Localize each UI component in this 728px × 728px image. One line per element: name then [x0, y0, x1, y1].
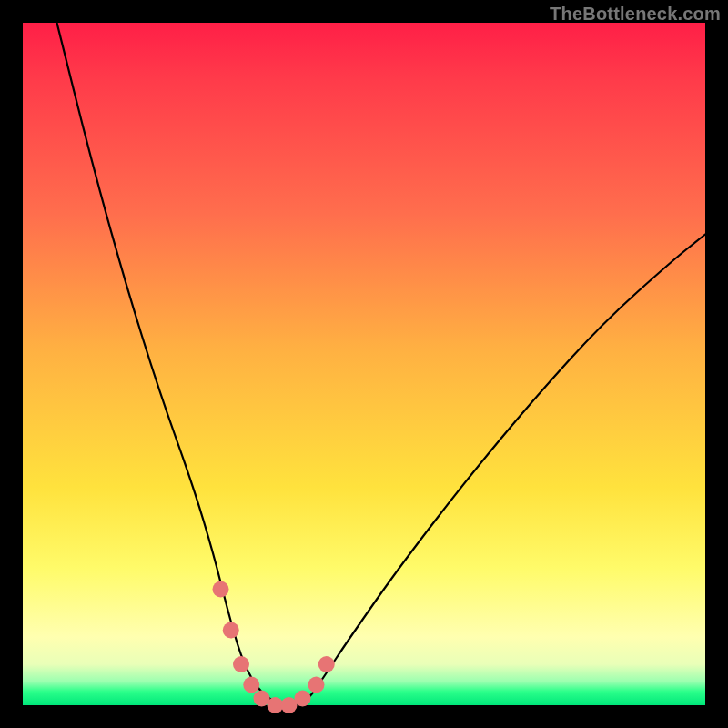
- marker-point: [318, 656, 335, 672]
- watermark-text: TheBottleneck.com: [550, 4, 721, 25]
- marker-point: [233, 656, 249, 672]
- marker-point: [243, 677, 259, 693]
- plot-area: [23, 23, 705, 705]
- marker-point: [308, 677, 325, 693]
- marker-point: [223, 622, 239, 639]
- bottleneck-curve: [57, 23, 706, 705]
- highlighted-points: [213, 581, 335, 714]
- curve-layer: [23, 23, 705, 705]
- chart-frame: TheBottleneck.com: [0, 0, 728, 728]
- marker-point: [213, 581, 229, 598]
- marker-point: [295, 691, 311, 707]
